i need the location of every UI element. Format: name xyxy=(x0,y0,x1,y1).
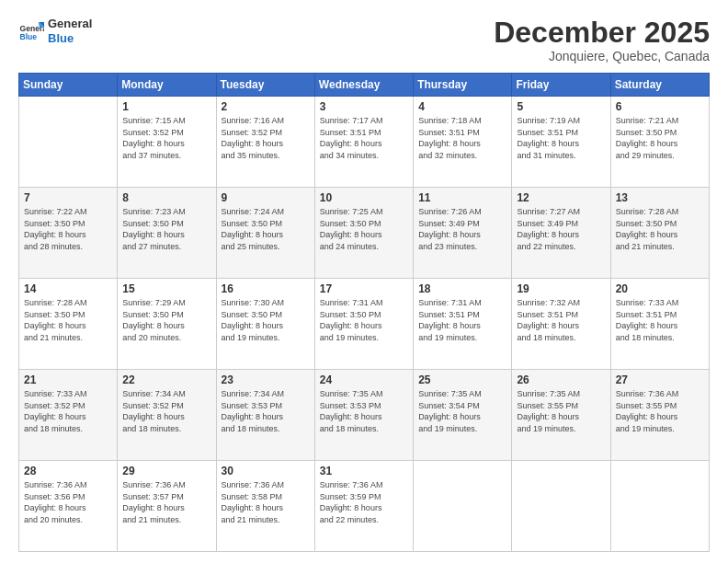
day-number: 22 xyxy=(122,373,210,386)
calendar-cell: 23Sunrise: 7:34 AM Sunset: 3:53 PM Dayli… xyxy=(216,370,314,461)
cell-info: Sunrise: 7:16 AM Sunset: 3:52 PM Dayligh… xyxy=(222,115,310,161)
weekday-header: Thursday xyxy=(414,74,512,97)
cell-info: Sunrise: 7:23 AM Sunset: 3:50 PM Dayligh… xyxy=(122,206,210,252)
cell-info: Sunrise: 7:19 AM Sunset: 3:51 PM Dayligh… xyxy=(517,115,605,161)
day-number: 4 xyxy=(418,100,506,113)
calendar-cell: 26Sunrise: 7:35 AM Sunset: 3:55 PM Dayli… xyxy=(512,370,610,461)
cell-info: Sunrise: 7:31 AM Sunset: 3:50 PM Dayligh… xyxy=(320,297,408,343)
calendar-cell: 19Sunrise: 7:32 AM Sunset: 3:51 PM Dayli… xyxy=(512,279,610,370)
day-number: 19 xyxy=(517,282,605,295)
calendar-cell: 10Sunrise: 7:25 AM Sunset: 3:50 PM Dayli… xyxy=(314,188,413,279)
calendar-cell: 30Sunrise: 7:36 AM Sunset: 3:58 PM Dayli… xyxy=(216,461,314,552)
cell-info: Sunrise: 7:26 AM Sunset: 3:49 PM Dayligh… xyxy=(418,206,506,252)
calendar-cell xyxy=(512,461,610,552)
calendar-cell: 18Sunrise: 7:31 AM Sunset: 3:51 PM Dayli… xyxy=(414,279,512,370)
calendar-cell: 15Sunrise: 7:29 AM Sunset: 3:50 PM Dayli… xyxy=(118,279,216,370)
cell-info: Sunrise: 7:35 AM Sunset: 3:54 PM Dayligh… xyxy=(418,388,506,434)
calendar-cell: 25Sunrise: 7:35 AM Sunset: 3:54 PM Dayli… xyxy=(414,370,512,461)
cell-info: Sunrise: 7:30 AM Sunset: 3:50 PM Dayligh… xyxy=(222,297,310,343)
calendar-cell: 24Sunrise: 7:35 AM Sunset: 3:53 PM Dayli… xyxy=(314,370,413,461)
calendar-cell: 7Sunrise: 7:22 AM Sunset: 3:50 PM Daylig… xyxy=(19,188,118,279)
calendar-cell: 13Sunrise: 7:28 AM Sunset: 3:50 PM Dayli… xyxy=(610,188,709,279)
day-number: 15 xyxy=(122,282,210,295)
day-number: 21 xyxy=(24,373,112,386)
cell-info: Sunrise: 7:27 AM Sunset: 3:49 PM Dayligh… xyxy=(517,206,605,252)
cell-info: Sunrise: 7:15 AM Sunset: 3:52 PM Dayligh… xyxy=(122,115,210,161)
cell-info: Sunrise: 7:36 AM Sunset: 3:57 PM Dayligh… xyxy=(122,479,210,525)
day-number: 24 xyxy=(320,373,408,386)
calendar-cell: 9Sunrise: 7:24 AM Sunset: 3:50 PM Daylig… xyxy=(216,188,314,279)
calendar-week-row: 28Sunrise: 7:36 AM Sunset: 3:56 PM Dayli… xyxy=(19,461,710,552)
cell-info: Sunrise: 7:18 AM Sunset: 3:51 PM Dayligh… xyxy=(418,115,506,161)
weekday-header: Sunday xyxy=(19,74,118,97)
day-number: 20 xyxy=(616,282,704,295)
calendar-cell: 1Sunrise: 7:15 AM Sunset: 3:52 PM Daylig… xyxy=(118,97,216,188)
cell-info: Sunrise: 7:36 AM Sunset: 3:59 PM Dayligh… xyxy=(320,479,408,525)
cell-info: Sunrise: 7:33 AM Sunset: 3:52 PM Dayligh… xyxy=(24,388,112,434)
day-number: 2 xyxy=(222,100,310,113)
calendar-week-row: 14Sunrise: 7:28 AM Sunset: 3:50 PM Dayli… xyxy=(19,279,710,370)
weekday-header: Wednesday xyxy=(314,74,413,97)
calendar-cell: 8Sunrise: 7:23 AM Sunset: 3:50 PM Daylig… xyxy=(118,188,216,279)
calendar-cell: 14Sunrise: 7:28 AM Sunset: 3:50 PM Dayli… xyxy=(19,279,118,370)
location-subtitle: Jonquiere, Quebec, Canada xyxy=(494,49,710,63)
cell-info: Sunrise: 7:35 AM Sunset: 3:53 PM Dayligh… xyxy=(320,388,408,434)
calendar-cell: 28Sunrise: 7:36 AM Sunset: 3:56 PM Dayli… xyxy=(19,461,118,552)
calendar-cell: 6Sunrise: 7:21 AM Sunset: 3:50 PM Daylig… xyxy=(610,97,709,188)
day-number: 10 xyxy=(320,191,408,204)
cell-info: Sunrise: 7:34 AM Sunset: 3:52 PM Dayligh… xyxy=(122,388,210,434)
logo-icon: General Blue xyxy=(18,18,44,44)
cell-info: Sunrise: 7:34 AM Sunset: 3:53 PM Dayligh… xyxy=(222,388,310,434)
calendar-cell xyxy=(610,461,709,552)
day-number: 11 xyxy=(418,191,506,204)
calendar-cell xyxy=(414,461,512,552)
page-header: General Blue General Blue December 2025 … xyxy=(18,17,710,63)
calendar-header-row: SundayMondayTuesdayWednesdayThursdayFrid… xyxy=(19,74,710,97)
calendar-cell: 5Sunrise: 7:19 AM Sunset: 3:51 PM Daylig… xyxy=(512,97,610,188)
cell-info: Sunrise: 7:24 AM Sunset: 3:50 PM Dayligh… xyxy=(222,206,310,252)
cell-info: Sunrise: 7:29 AM Sunset: 3:50 PM Dayligh… xyxy=(122,297,210,343)
calendar-cell: 20Sunrise: 7:33 AM Sunset: 3:51 PM Dayli… xyxy=(610,279,709,370)
cell-info: Sunrise: 7:28 AM Sunset: 3:50 PM Dayligh… xyxy=(24,297,112,343)
weekday-header: Tuesday xyxy=(216,74,314,97)
cell-info: Sunrise: 7:31 AM Sunset: 3:51 PM Dayligh… xyxy=(418,297,506,343)
calendar-cell: 3Sunrise: 7:17 AM Sunset: 3:51 PM Daylig… xyxy=(314,97,413,188)
calendar-cell: 12Sunrise: 7:27 AM Sunset: 3:49 PM Dayli… xyxy=(512,188,610,279)
day-number: 16 xyxy=(222,282,310,295)
calendar-week-row: 1Sunrise: 7:15 AM Sunset: 3:52 PM Daylig… xyxy=(19,97,710,188)
day-number: 17 xyxy=(320,282,408,295)
calendar-body: 1Sunrise: 7:15 AM Sunset: 3:52 PM Daylig… xyxy=(19,97,710,552)
calendar-cell: 21Sunrise: 7:33 AM Sunset: 3:52 PM Dayli… xyxy=(19,370,118,461)
month-title: December 2025 xyxy=(494,17,710,49)
title-block: December 2025 Jonquiere, Quebec, Canada xyxy=(494,17,710,63)
calendar-week-row: 21Sunrise: 7:33 AM Sunset: 3:52 PM Dayli… xyxy=(19,370,710,461)
cell-info: Sunrise: 7:25 AM Sunset: 3:50 PM Dayligh… xyxy=(320,206,408,252)
day-number: 28 xyxy=(24,465,112,477)
day-number: 9 xyxy=(222,191,310,204)
calendar-cell: 22Sunrise: 7:34 AM Sunset: 3:52 PM Dayli… xyxy=(118,370,216,461)
calendar-cell: 27Sunrise: 7:36 AM Sunset: 3:55 PM Dayli… xyxy=(610,370,709,461)
calendar-cell xyxy=(19,97,118,188)
day-number: 8 xyxy=(122,191,210,204)
weekday-header: Friday xyxy=(512,74,610,97)
calendar-cell: 17Sunrise: 7:31 AM Sunset: 3:50 PM Dayli… xyxy=(314,279,413,370)
day-number: 1 xyxy=(122,100,210,113)
svg-text:Blue: Blue xyxy=(20,32,38,41)
weekday-header: Saturday xyxy=(610,74,709,97)
cell-info: Sunrise: 7:28 AM Sunset: 3:50 PM Dayligh… xyxy=(616,206,704,252)
calendar-cell: 29Sunrise: 7:36 AM Sunset: 3:57 PM Dayli… xyxy=(118,461,216,552)
day-number: 18 xyxy=(418,282,506,295)
day-number: 5 xyxy=(517,100,605,113)
day-number: 29 xyxy=(122,465,210,477)
day-number: 12 xyxy=(517,191,605,204)
calendar-cell: 31Sunrise: 7:36 AM Sunset: 3:59 PM Dayli… xyxy=(314,461,413,552)
cell-info: Sunrise: 7:36 AM Sunset: 3:58 PM Dayligh… xyxy=(222,479,310,525)
calendar-table: SundayMondayTuesdayWednesdayThursdayFrid… xyxy=(18,73,710,552)
calendar-week-row: 7Sunrise: 7:22 AM Sunset: 3:50 PM Daylig… xyxy=(19,188,710,279)
cell-info: Sunrise: 7:33 AM Sunset: 3:51 PM Dayligh… xyxy=(616,297,704,343)
day-number: 30 xyxy=(222,465,310,477)
day-number: 27 xyxy=(616,373,704,386)
calendar-cell: 16Sunrise: 7:30 AM Sunset: 3:50 PM Dayli… xyxy=(216,279,314,370)
day-number: 14 xyxy=(24,282,112,295)
cell-info: Sunrise: 7:17 AM Sunset: 3:51 PM Dayligh… xyxy=(320,115,408,161)
